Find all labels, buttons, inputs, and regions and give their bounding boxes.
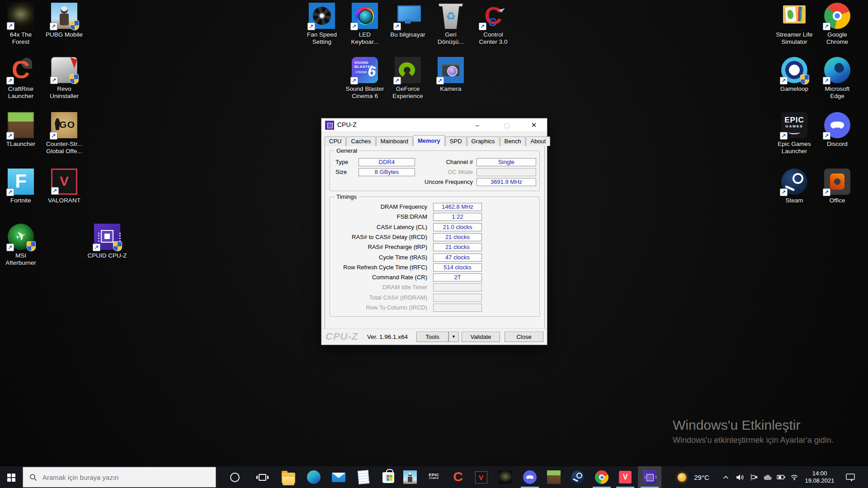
taskbar-notepad[interactable] xyxy=(358,470,370,484)
desktop-icon-steam[interactable]: ↗ Steam xyxy=(774,169,815,204)
tab-memory[interactable]: Memory xyxy=(413,135,445,146)
tray-weather[interactable] xyxy=(675,466,689,488)
desktop-icon-recycle-bin[interactable]: ♻ Geri Dönüşü... xyxy=(430,3,472,46)
shortcut-arrow-icon: ↗ xyxy=(780,77,788,84)
cpuz-titlebar[interactable]: CPU-Z – ▢ ✕ xyxy=(321,118,547,132)
desktop-icon-led-keyboard[interactable]: ↗ LED Keyboar... xyxy=(344,3,386,46)
desktop-icon-cpuid-cpuz[interactable]: ↗ CPUID CPU-Z xyxy=(86,224,128,259)
desktop-icon-gameloop[interactable]: ↗ Gameloop xyxy=(774,57,815,93)
desktop-icon-camera[interactable]: ↗ Kamera xyxy=(430,57,472,93)
tab-about[interactable]: About xyxy=(526,136,550,146)
start-button[interactable] xyxy=(0,466,22,488)
desktop-icon-google-chrome[interactable]: ↗ Google Chrome xyxy=(816,3,858,46)
desktop-icon-label: VALORANT xyxy=(43,197,85,204)
shortcut-arrow-icon: ↗ xyxy=(479,23,486,30)
desktop-icon-label: PUBG Mobile xyxy=(43,31,85,38)
desktop-icon-label: 64x The Forest xyxy=(0,31,42,46)
cpuz-window[interactable]: CPU-Z – ▢ ✕ CPU Caches Mainboard Memory … xyxy=(321,118,547,345)
tray-clock[interactable]: 14:00 19.08.2021 xyxy=(803,466,836,488)
shortcut-arrow-icon: ↗ xyxy=(393,77,401,84)
timing-value: 21 clocks xyxy=(433,243,482,251)
validate-button[interactable]: Validate xyxy=(462,332,500,342)
desktop-icon-control-center[interactable]: CC↗ Control Center 3.0 xyxy=(472,3,514,46)
tray-onedrive[interactable] xyxy=(761,466,774,488)
tools-dropdown-arrow[interactable]: ▼ xyxy=(448,332,459,342)
valorant-letter: V xyxy=(479,474,483,481)
desktop-icon-tlauncher[interactable]: ↗ TLauncher xyxy=(0,112,42,148)
timing-label: Total CAS# (tRDRAM) xyxy=(330,294,427,302)
close-icon[interactable]: ✕ xyxy=(525,118,543,132)
desktop-icon-discord[interactable]: ↗ Discord xyxy=(816,112,858,148)
taskbar-edge[interactable] xyxy=(307,470,321,484)
desktop-icon-csgo[interactable]: GO↗ Counter-Str... Global Offe... xyxy=(43,112,85,155)
discord-icon: ↗ xyxy=(824,112,850,138)
tray-meet-now[interactable] xyxy=(747,466,761,488)
taskbar-tlauncher[interactable] xyxy=(547,470,561,484)
minimize-button[interactable]: – xyxy=(468,118,486,132)
timing-row: RAS# to CAS# Delay (tRCD) 21 clocks xyxy=(330,233,539,242)
action-center-button[interactable] xyxy=(840,466,861,488)
office-icon: ↗ xyxy=(824,169,850,195)
taskbar-valorant-game[interactable]: V xyxy=(619,471,632,483)
tab-caches[interactable]: Caches xyxy=(346,136,375,146)
cpuz-footer: CPU-Z Ver. 1.96.1.x64 Tools ▼ Validate C… xyxy=(321,328,547,345)
desktop-icon-msi-afterburner[interactable]: ✈↗ MSI Afterburner xyxy=(0,224,42,267)
tools-button[interactable]: Tools xyxy=(416,332,448,342)
tray-wifi[interactable] xyxy=(788,466,801,488)
desktop-icon-pubg-mobile[interactable]: ↗ PUBG Mobile xyxy=(43,3,85,38)
desktop-icon-64x-the-forest[interactable]: ↗ 64x The Forest xyxy=(0,3,42,46)
desktop-icon-label: Kamera xyxy=(430,85,472,93)
shortcut-arrow-icon: ↗ xyxy=(50,76,58,84)
taskbar-valorant-launcher[interactable]: V xyxy=(475,471,487,483)
tray-battery[interactable] xyxy=(774,466,788,488)
desktop-icon-this-pc[interactable]: ↗ Bu bilgisayar xyxy=(387,3,429,38)
desktop-icon-sound-blaster[interactable]: SOUND BLASTER CINEMA 6 ↗ Sound Blaster C… xyxy=(344,57,386,100)
taskbar-microsoft-store[interactable] xyxy=(382,472,394,483)
desktop-icon-epic-games[interactable]: EPIC GAMES ↗ Epic Games Launcher xyxy=(774,112,815,155)
desktop: { "colors": { "taskbar_bg": "#16181d", "… xyxy=(0,0,868,488)
close-button[interactable]: Close xyxy=(505,332,543,342)
desktop-icon-revo-uninstaller[interactable]: ↗ Revo Uninstaller xyxy=(43,57,85,100)
taskbar-epic-games[interactable]: EPICGAMES xyxy=(427,470,441,484)
taskbar-mail[interactable] xyxy=(332,473,345,482)
uac-shield-icon xyxy=(113,241,122,251)
tab-graphics[interactable]: Graphics xyxy=(467,136,500,146)
wifi-icon xyxy=(790,474,798,480)
tray-volume[interactable] xyxy=(733,466,747,488)
cpuz-logo: CPU-Z xyxy=(326,331,358,343)
desktop-icon-craftrise[interactable]: C↗ CraftRise Launcher xyxy=(0,57,42,100)
cortana-icon xyxy=(230,473,240,482)
tray-chevron-up[interactable] xyxy=(719,466,732,488)
desktop-icon-valorant[interactable]: V↗ VALORANT xyxy=(43,169,85,204)
tab-mainboard[interactable]: Mainboard xyxy=(376,136,413,146)
taskbar-chrome[interactable] xyxy=(595,470,609,484)
desktop-icon-streamer-life[interactable]: Streamer Life Simulator xyxy=(774,3,815,46)
taskbar-cpuz[interactable] xyxy=(643,470,656,484)
taskbar-pubg-mobile[interactable] xyxy=(403,470,417,484)
taskbar-search[interactable] xyxy=(23,467,216,488)
the-forest-icon: ↗ xyxy=(8,3,34,29)
tab-bench[interactable]: Bench xyxy=(500,136,526,146)
desktop-icon-microsoft-edge[interactable]: ↗ Microsoft Edge xyxy=(816,57,858,100)
shortcut-arrow-icon: ↗ xyxy=(823,77,830,84)
tray-temperature[interactable]: 29°C xyxy=(691,466,712,488)
clock-time: 14:00 xyxy=(805,470,834,477)
taskbar-discord[interactable] xyxy=(523,470,537,484)
search-input[interactable] xyxy=(42,474,196,481)
taskbar-steam[interactable] xyxy=(571,470,585,484)
taskbar-the-forest[interactable] xyxy=(499,470,512,484)
desktop-icon-geforce-experience[interactable]: ↗ GeForce Experience xyxy=(387,57,429,100)
desktop-icon-office[interactable]: ↗ Office xyxy=(816,169,858,204)
desktop-icon-fan-speed[interactable]: ↗ Fan Speed Setting xyxy=(301,3,343,46)
taskbar-file-explorer[interactable] xyxy=(282,473,295,483)
camera-meet-now-icon xyxy=(750,474,758,480)
type-label: Type xyxy=(335,158,357,166)
task-view-button[interactable] xyxy=(252,466,272,488)
desktop-icon-fortnite[interactable]: F↗ Fortnite xyxy=(0,169,42,204)
craftrise-icon: C↗ xyxy=(8,57,34,83)
cortana-button[interactable] xyxy=(225,466,245,488)
shortcut-arrow-icon: ↗ xyxy=(51,187,59,195)
taskbar-craftrise[interactable]: C xyxy=(451,470,465,484)
tab-cpu[interactable]: CPU xyxy=(325,136,346,146)
tab-spd[interactable]: SPD xyxy=(445,136,467,146)
